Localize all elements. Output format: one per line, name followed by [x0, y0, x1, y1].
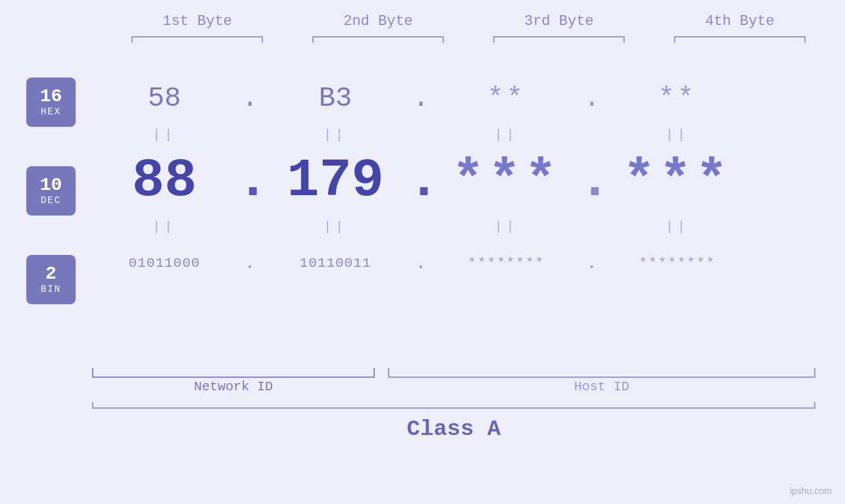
dec-val-1: 88: [92, 150, 237, 212]
eq-4: ||: [605, 127, 750, 143]
dec-sep-3: .: [579, 150, 605, 212]
bracket-gap: [375, 368, 388, 378]
network-bracket: [92, 368, 375, 378]
dec-val-3: ***: [434, 150, 579, 212]
bracket-1: [132, 36, 263, 43]
header-3rd-byte: 3rd Byte: [487, 13, 631, 30]
bottom-area: Network ID Host ID Class A: [92, 368, 832, 442]
top-brackets-row: [107, 36, 831, 43]
hex-sep-1: .: [237, 83, 263, 114]
dec-badge: 10 DEC: [26, 166, 76, 216]
dec-label: DEC: [41, 195, 61, 206]
bin-number: 2: [45, 264, 57, 285]
host-id-label: Host ID: [388, 379, 815, 394]
bracket-4: [674, 36, 806, 43]
hex-val-3: **: [434, 83, 579, 114]
bracket-3: [493, 36, 625, 43]
id-labels: Network ID Host ID: [92, 379, 815, 394]
full-bracket: [92, 402, 815, 409]
header-4th-byte: 4th Byte: [667, 13, 812, 30]
eq-21: ||: [92, 219, 237, 235]
eq-24: ||: [605, 219, 750, 235]
dec-val-4: ***: [605, 150, 750, 212]
id-brackets: [92, 368, 815, 378]
headers-row: 1st Byte 2nd Byte 3rd Byte 4th Byte: [107, 13, 831, 30]
main-container: 1st Byte 2nd Byte 3rd Byte 4th Byte 16 H…: [0, 0, 845, 504]
header-2nd-byte: 2nd Byte: [306, 13, 450, 30]
dec-badge-spacer: 10 DEC: [26, 141, 92, 240]
right-values: 58 . B3 . ** . ** || || || || 88: [92, 62, 845, 319]
dec-val-2: 179: [263, 150, 408, 212]
hex-val-1: 58: [92, 83, 237, 114]
label-gap: [375, 379, 388, 394]
full-area: 16 HEX 10 DEC 2 BIN 58: [0, 62, 845, 319]
dec-sep-1: .: [237, 150, 263, 212]
eq-2: ||: [263, 127, 408, 143]
bin-badge-spacer: 2 BIN: [26, 240, 92, 319]
bin-badge: 2 BIN: [26, 255, 76, 304]
network-id-label: Network ID: [92, 379, 375, 394]
dec-row: 88 . 179 . *** . ***: [92, 145, 845, 217]
bin-label: BIN: [41, 284, 61, 294]
bin-val-4: ********: [605, 256, 750, 271]
bin-sep-1: .: [237, 253, 263, 273]
equals-row-1: || || || ||: [92, 125, 845, 145]
header-1st-byte: 1st Byte: [125, 13, 270, 30]
eq-23: ||: [434, 219, 579, 235]
eq-1: ||: [92, 127, 237, 143]
bin-sep-3: .: [579, 253, 605, 273]
hex-row: 58 . B3 . ** . **: [92, 72, 845, 125]
hex-label: HEX: [41, 106, 61, 117]
bin-row: 01011000 . 10110011 . ******** . *******…: [92, 237, 845, 289]
hex-badge: 16 HEX: [26, 78, 76, 127]
hex-number: 16: [40, 87, 62, 107]
eq-3: ||: [434, 127, 579, 143]
host-bracket: [388, 368, 815, 378]
hex-badge-spacer: 16 HEX: [26, 62, 92, 141]
bin-val-1: 01011000: [92, 256, 237, 271]
dec-sep-2: .: [408, 150, 434, 212]
bracket-2: [312, 36, 444, 43]
bin-sep-2: .: [408, 253, 434, 273]
hex-val-2: B3: [263, 83, 408, 114]
class-label: Class A: [92, 417, 815, 442]
hex-sep-2: .: [408, 83, 434, 114]
hex-val-4: **: [605, 83, 750, 114]
hex-sep-3: .: [579, 83, 605, 114]
dec-number: 10: [40, 175, 62, 196]
equals-row-2: || || || ||: [92, 217, 845, 237]
left-badges: 16 HEX 10 DEC 2 BIN: [0, 62, 92, 319]
watermark: ipshu.com: [790, 486, 832, 496]
bin-val-3: ********: [434, 256, 579, 271]
bin-val-2: 10110011: [263, 256, 408, 271]
eq-22: ||: [263, 219, 408, 235]
